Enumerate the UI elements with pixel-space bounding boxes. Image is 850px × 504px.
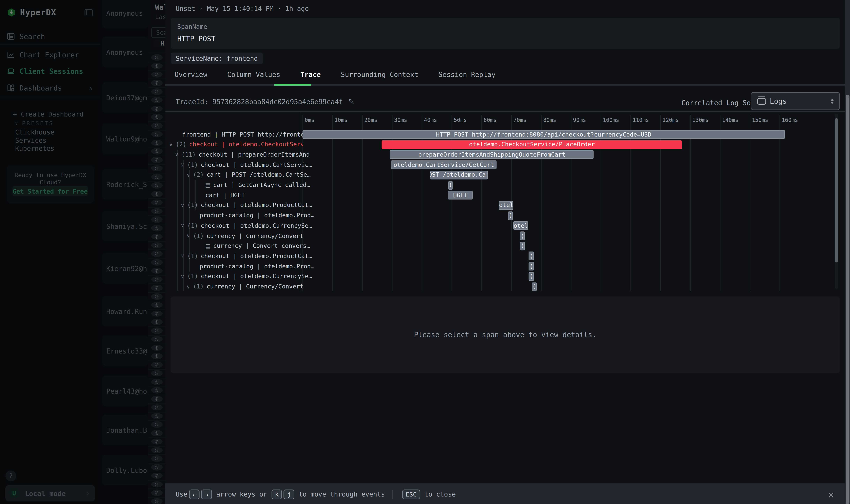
span-bar[interactable]: POST /oteldemo.Cart [430,171,488,179]
edit-pencil-icon[interactable]: ✎ [348,98,354,106]
log-source-select[interactable]: Logs [751,92,840,110]
axis-tick-label: 110ms [633,117,649,123]
span-bar[interactable]: ( [529,272,534,281]
span-name-value: HTTP POST [177,35,215,43]
waterfall-scrollbar[interactable] [835,114,838,289]
k-key: k [272,489,282,499]
chevron-down-icon: ∨ [181,274,187,279]
axis-tick-label: 60ms [484,117,497,123]
gridline [780,115,780,291]
axis-tick-label: 20ms [364,117,377,123]
trace-tree-row[interactable]: ▤cart | GetCartAsync called… [165,181,339,189]
axis-tick-label: 150ms [752,117,768,123]
span-name-card: SpanName HTTP POST [171,18,840,49]
close-icon[interactable]: × [828,489,835,500]
gridline [690,115,691,291]
axis-tick-label: 100ms [603,117,619,123]
log-doc-icon: ▤ [205,182,210,188]
tab-surrounding-context[interactable]: Surrounding Context [341,70,418,85]
arrow-left-key: ← [189,489,200,499]
logs-icon [757,98,766,104]
trace-tree-row[interactable]: product-catalog | oteldemo.Prod… [165,263,333,270]
chevron-down-icon: ∨ [186,284,193,289]
modal-backdrop[interactable] [0,0,165,504]
axis-tick-label: 120ms [662,117,679,123]
span-bar[interactable]: ( [520,231,525,240]
span-bar[interactable]: ( [508,211,512,220]
span-bar[interactable]: otel [513,221,528,230]
waterfall-scrollbar-thumb [835,118,838,263]
trace-tree-row[interactable]: ∨(1)currency | Currency/Convert [165,283,320,290]
axis-tick-label: 10ms [334,117,347,123]
span-bar[interactable]: oteldemo.CheckoutService/PlaceOrder [382,140,682,149]
axis-tick-label: 80ms [543,117,556,123]
tab-column-values[interactable]: Column Values [227,70,280,85]
modal-footer: Use ← → arrow keys or k j to move throug… [165,484,850,504]
chevron-down-icon: ∨ [175,152,181,158]
divider [393,490,393,499]
chevron-down-icon: ∨ [181,253,187,259]
span-bar[interactable]: ( [529,252,534,260]
trace-tree-row[interactable]: ∨(1)checkout | oteldemo.ProductCat… [165,252,314,260]
axis-tick-label: 40ms [424,117,437,123]
axis-tick-label: 70ms [513,117,526,123]
trace-tree-row[interactable]: ∨(1)checkout | oteldemo.ProductCat… [165,202,314,209]
service-name-chip[interactable]: ServiceName: frontend [171,53,263,64]
axis-tick-label: 0ms [305,117,314,123]
span-bar[interactable]: HTTP POST http://frontend:8080/api/check… [302,130,785,139]
chevron-down-icon: ∨ [181,223,187,228]
page-scrollbar[interactable] [845,0,850,504]
axis-tick-label: 30ms [394,117,407,123]
span-bar[interactable]: oteldemo.CartService/GetCart [391,160,496,169]
gridline [720,115,720,291]
span-bar[interactable]: otel [499,201,513,210]
trace-tree-row[interactable]: cart | HGET [165,192,339,199]
app-root: HyperDX Search Chart Explorer Client Ses… [0,0,850,504]
trace-tree-row[interactable]: ▤currency | Convert convers… [165,242,339,250]
tab-bar: OverviewColumn ValuesTraceSurrounding Co… [175,70,495,85]
active-tab-underline [274,84,311,86]
chevron-down-icon: ∨ [181,203,187,208]
tab-overview[interactable]: Overview [175,70,207,85]
chevron-down-icon: ∨ [186,233,193,238]
span-details-placeholder: Please select a span above to view detai… [171,296,840,373]
trace-tree-row[interactable]: ∨(2)checkout | oteldemo.CheckoutServic… [165,141,303,148]
log-doc-icon: ▤ [205,243,210,249]
axis-tick-label: 160ms [782,117,798,123]
chevron-down-icon: ∨ [186,172,193,178]
trace-tree-row[interactable]: ∨(1)checkout | oteldemo.CurrencySe… [165,222,314,230]
span-bar[interactable]: ( [448,181,453,190]
trace-modal: Unset · May 15 1:40:14 PM · 1h ago SpanN… [165,0,850,504]
gridline [750,115,750,291]
trace-tree-row[interactable]: product-catalog | oteldemo.Prod… [165,212,333,219]
chevron-down-icon: ∨ [169,142,176,147]
event-meta: Unset · May 15 1:40:14 PM · 1h ago [176,5,309,13]
trace-tree-row[interactable]: ∨(1)currency | Currency/Convert [165,232,320,240]
span-bar[interactable]: HGET [448,191,473,200]
trace-id: TraceId: 957362828baa84dc02d95a4e6e99ca4… [176,98,343,106]
axis-tick-label: 90ms [573,117,586,123]
span-bar[interactable]: ( [529,262,534,271]
trace-tree-row[interactable]: frontend | HTTP POST http://frontend:… [165,131,316,138]
arrow-right-key: → [201,489,212,499]
span-bar[interactable]: ( [520,241,525,250]
gridline [362,115,363,291]
axis-tick-label: 140ms [722,117,738,123]
esc-key: ESC [402,489,420,499]
select-caret-icon [830,98,834,104]
trace-tree-row[interactable]: ∨(1)checkout | oteldemo.CartServic… [165,161,314,169]
span-bar[interactable]: ( [532,282,537,291]
trace-tree-row[interactable]: ∨(2)cart | POST /oteldemo.CartSe… [165,171,320,179]
axis-tick-label: 50ms [454,117,467,123]
axis-tick-label: 130ms [692,117,709,123]
tab-session-replay[interactable]: Session Replay [438,70,495,85]
span-bar[interactable]: prepareOrderItemsAndShippingQuoteFromCar… [390,150,594,159]
trace-waterfall: 0ms10ms20ms30ms40ms50ms60ms70ms80ms90ms1… [165,112,850,291]
tab-underline-track [165,84,850,86]
trace-tree-row[interactable]: ∨(11)checkout | prepareOrderItemsAnd… [165,151,309,159]
page-scrollbar-thumb [846,95,849,504]
chevron-down-icon: ∨ [181,162,187,167]
trace-tree-row[interactable]: ∨(1)checkout | oteldemo.CurrencySe… [165,273,314,280]
tab-trace[interactable]: Trace [300,70,321,85]
j-key: j [284,489,294,499]
